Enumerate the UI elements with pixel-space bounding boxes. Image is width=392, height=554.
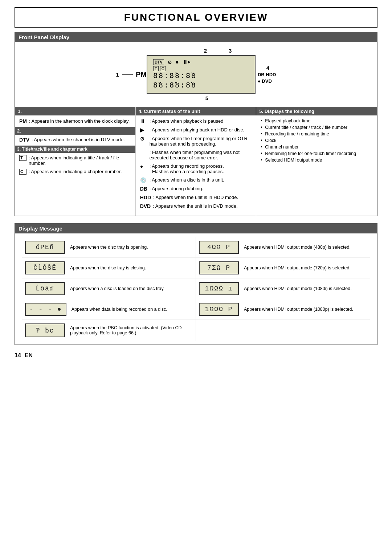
front-panel-header: Front Panel Display — [15, 32, 377, 42]
desc-col-1: 1. PM : Appears in the afternoon with th… — [15, 107, 136, 216]
page-number-area: 14 EN — [15, 352, 377, 359]
pause-symbol: ⏸ — [140, 118, 147, 124]
pm-label: PM — [136, 70, 147, 79]
col1-header: 1. — [15, 107, 135, 115]
dm-item-load: Ĺõăď Appears when a disc is loaded on th… — [22, 278, 196, 299]
c-item: C : Appears when indicating a chapter nu… — [19, 169, 131, 175]
dm-display-pbc: Ƥ ƀc — [25, 323, 65, 337]
col3-header: 5. Displays the following — [256, 107, 377, 115]
record-symbol: ● — [140, 163, 147, 169]
pm-desc: : Appears in the afternoon with the cloc… — [29, 118, 130, 124]
db-symbol: DB — [140, 186, 147, 192]
dm-item-empty — [196, 320, 370, 341]
dtv-desc: : Appears when the channel is in DTV mod… — [32, 137, 125, 142]
callout-5: 5 — [205, 95, 208, 101]
dm-text-open: Appears when the disc tray is opening. — [70, 245, 193, 250]
display-message-section: Display Message ŏPEñ Appears when the di… — [15, 223, 377, 345]
c-symbol: C — [19, 169, 26, 175]
dm-item-480p: 4ΩΩ P Appears when HDMI output mode (480… — [196, 237, 370, 258]
dm-text-720p: Appears when HDMI output mode (720p) is … — [244, 265, 367, 270]
panel-row1: DTV ⊙ ● ⏸▶ — [153, 59, 249, 65]
display-message-header: Display Message — [15, 224, 377, 233]
dtv-symbol: DTV — [19, 137, 29, 143]
description-table: 1. PM : Appears in the afternoon with th… — [15, 107, 377, 216]
desc-col-2: 4. Current status of the unit ⏸ : Appear… — [136, 107, 257, 216]
col3-item-4: Clock — [261, 138, 373, 143]
col3-item-7: Selected HDMI output mode — [261, 158, 373, 163]
col3-item-3: Recording time / remaining time — [261, 131, 373, 137]
display-message-grid: ŏPEñ Appears when the disc tray is openi… — [15, 233, 377, 345]
pm-item: PM : Appears in the afternoon with the c… — [19, 118, 131, 124]
dm-item-data: - - - ● Appears when data is being recor… — [22, 299, 196, 320]
dm-display-480p: 4ΩΩ P — [199, 241, 239, 254]
dm-item-open: ŏPEñ Appears when the disc tray is openi… — [22, 237, 196, 258]
seg-row-1: 8̈8:8̈8:8̈8 — [153, 72, 197, 81]
pause-desc: : Appears when playback is paused. — [150, 118, 225, 124]
dvd-desc: : Appears when the unit is in DVD mode. — [153, 203, 237, 209]
play-desc: : Appears when playing back an HDD or di… — [150, 127, 244, 133]
t-icon: T — [153, 66, 159, 71]
col3-list: Elapsed playback time Current title / ch… — [261, 118, 373, 163]
panel-sub-row: T C — [153, 66, 166, 71]
col3-item-5: Channel number — [261, 144, 373, 150]
dm-item-1080p: 1ΩΩΩ P Appears when HDMI output mode (10… — [196, 299, 370, 320]
dm-display-data: - - - ● — [25, 303, 66, 316]
timer-desc: : Appears when the timer programming or … — [150, 136, 252, 147]
db-desc: : Appears during dubbing. — [150, 186, 203, 191]
pause-play-icon: ⏸▶ — [183, 59, 190, 65]
dm-display-close: ĈĹÔŜĔ — [25, 261, 65, 274]
display-panel: DTV ⊙ ● ⏸▶ T C 8̈8:8̈8:8̈8 8̈8:8̈8:8̈8 — [147, 55, 256, 94]
dm-text-1080i: Appears when HDMI output mode (1080i) is… — [244, 286, 367, 291]
hdd-symbol: HDD — [140, 195, 151, 200]
dm-text-480p: Appears when HDMI output mode (480p) is … — [244, 245, 367, 250]
page-title: FUNCTIONAL OVERVIEW — [15, 7, 377, 28]
dm-display-1080i: 1ΩΩΩ ı — [199, 282, 239, 295]
diagram-wrapper: 2 3 1 PM DTV ⊙ ● — [15, 42, 377, 107]
dm-item-close: ĈĹÔŜĔ Appears when the disc tray is clos… — [22, 258, 196, 278]
callout-3: 3 — [229, 48, 232, 54]
front-panel-section: Front Panel Display 2 3 1 PM — [15, 32, 377, 216]
col3-item-6: Remaining time for one-touch timer recor… — [261, 151, 373, 156]
desc-col-3: 5. Displays the following Elapsed playba… — [256, 107, 377, 216]
page-number: 14 — [15, 352, 21, 359]
hdd-desc: : Appears when the unit is in HDD mode. — [153, 195, 238, 200]
pause-item: ⏸ : Appears when playback is paused. — [140, 118, 252, 124]
bullet-icon: ● — [175, 59, 179, 65]
col3-item-1: Elapsed playback time — [261, 118, 373, 123]
flash-item: : Flashes when timer programming was not… — [140, 150, 252, 160]
dm-text-close: Appears when the disc tray is closing. — [70, 265, 193, 270]
callout-2: 2 — [204, 48, 207, 54]
page-suffix: EN — [25, 352, 33, 359]
dvd-symbol: DVD — [140, 203, 151, 209]
dm-display-720p: 7ΣΩ P — [199, 261, 239, 274]
record-item: ● : Appears during recording process.: F… — [140, 163, 252, 174]
t-desc: : Appears when indicating a title / trac… — [29, 155, 131, 166]
play-item: ▶ : Appears when playing back an HDD or … — [140, 127, 252, 133]
disc-symbol: 💿 — [140, 177, 147, 183]
db-item: DB : Appears during dubbing. — [140, 186, 252, 192]
dm-item-1080i: 1ΩΩΩ ı Appears when HDMI output mode (10… — [196, 278, 370, 299]
right-labels: 4 DB HDD ● DVD — [258, 65, 276, 84]
t-item: T : Appears when indicating a title / tr… — [19, 155, 131, 166]
dm-text-load: Appears when a disc is loaded on the dis… — [70, 286, 193, 291]
callout-1: 1 — [116, 72, 119, 78]
seg-row-2: 8̈8:8̈8:8̈8 — [153, 81, 197, 90]
disc-desc: : Appears when a disc is in this unit. — [150, 177, 224, 183]
record-desc: : Appears during recording process.: Fla… — [150, 163, 224, 174]
col3-item-2: Current title / chapter / track / file n… — [261, 125, 373, 130]
dvd-item: DVD : Appears when the unit is in DVD mo… — [140, 203, 252, 209]
dm-display-load: Ĺõăď — [25, 282, 65, 295]
pm-symbol: PM — [19, 118, 27, 124]
dtv-label: DTV — [153, 59, 164, 65]
dm-text-data: Appears when data is being recorded on a… — [72, 307, 193, 312]
c-icon: C — [160, 66, 166, 71]
db-label: DB HDD — [258, 72, 276, 77]
dm-display-open: ŏPEñ — [25, 241, 65, 254]
dm-text-pbc: Appears when the PBC function is activat… — [70, 325, 193, 335]
dm-display-1080p: 1ΩΩΩ P — [199, 303, 239, 316]
hdd-item: HDD : Appears when the unit is in HDD mo… — [140, 195, 252, 200]
callout-4: 4 — [266, 65, 269, 71]
disc-item: 💿 : Appears when a disc is in this unit. — [140, 177, 252, 183]
dm-item-720p: 7ΣΩ P Appears when HDMI output mode (720… — [196, 258, 370, 278]
timer-item: ⊙ : Appears when the timer programming o… — [140, 136, 252, 147]
